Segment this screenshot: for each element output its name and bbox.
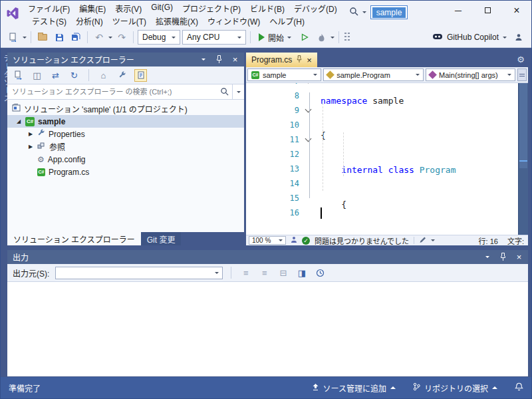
timestamp-icon[interactable] xyxy=(314,267,327,279)
save-icon[interactable] xyxy=(52,30,66,45)
menu-test[interactable]: テスト(S) xyxy=(27,14,71,28)
search-icon[interactable] xyxy=(220,87,229,98)
menu-window[interactable]: ウィンドウ(W) xyxy=(203,14,265,28)
tab-git-changes[interactable]: Git 変更 xyxy=(141,232,182,245)
send-feedback-icon[interactable] xyxy=(511,30,526,45)
tree-item-program-cs[interactable]: C# Program.cs xyxy=(7,166,244,178)
menu-edit[interactable]: 編集(E) xyxy=(74,1,110,15)
member-dropdown[interactable]: Main(string[] args) xyxy=(426,68,515,81)
expander-expanded-icon[interactable]: ◢ xyxy=(15,118,22,124)
expander-collapsed-icon[interactable]: ▶ xyxy=(27,131,34,137)
open-folder-icon[interactable] xyxy=(35,30,50,45)
solution-explorer-header[interactable]: ソリューション エクスプローラー × xyxy=(7,53,244,66)
project-dropdown[interactable]: C# sample xyxy=(247,68,321,81)
start-label: 開始 xyxy=(268,32,284,43)
tree-item-project-sample[interactable]: ◢ C# sample xyxy=(7,115,244,128)
solution-platform-dropdown[interactable]: Any CPU xyxy=(182,30,246,45)
live-share-icon[interactable] xyxy=(291,236,297,245)
pending-changes-filter-icon[interactable]: ◫ xyxy=(31,69,43,82)
notifications-bell-icon[interactable] xyxy=(515,382,523,394)
redo-icon[interactable]: ↷ xyxy=(114,30,129,45)
hot-reload-icon[interactable] xyxy=(314,30,329,45)
tree-item-app-config[interactable]: ⚙ App.config xyxy=(7,153,244,166)
split-window-handle[interactable] xyxy=(517,68,527,81)
editor-options-gear-icon[interactable]: ⚙ xyxy=(517,55,525,65)
solution-search-input[interactable] xyxy=(7,84,244,99)
edit-mode-pencil-icon[interactable] xyxy=(419,236,426,245)
word-wrap-icon[interactable]: ◨ xyxy=(295,267,308,279)
code-text: namespace sample { internal class Progra… xyxy=(321,83,518,235)
github-copilot-button[interactable]: GitHub Copilot xyxy=(430,33,509,43)
line-position-label: 行: 16 xyxy=(479,235,498,246)
menu-help[interactable]: ヘルプ(H) xyxy=(265,14,309,28)
zoom-level-dropdown[interactable]: 100 % xyxy=(249,236,286,245)
document-tab-strip: Program.cs × ⚙ xyxy=(246,53,528,67)
solution-icon xyxy=(12,104,21,114)
collapse-all-icon[interactable]: ⌂ xyxy=(97,69,110,82)
window-position-icon[interactable] xyxy=(198,55,208,65)
type-dropdown-value: sample.Program xyxy=(336,71,390,79)
search-scope-dropdown-icon[interactable] xyxy=(362,11,366,13)
undo-icon[interactable]: ↶ xyxy=(92,30,106,45)
tab-solution-explorer[interactable]: ソリューション エクスプローラー xyxy=(7,232,141,245)
tree-item-references[interactable]: ▶ 参照 xyxy=(7,140,244,153)
show-all-files-icon[interactable] xyxy=(116,69,128,82)
search-options-dropdown-icon[interactable] xyxy=(232,84,244,99)
preview-selected-items-toggle[interactable] xyxy=(134,69,147,82)
collapse-chevron-icon[interactable] xyxy=(305,106,312,113)
add-to-source-control-label: ソース管理に追加 xyxy=(323,382,386,394)
add-to-source-control-button[interactable]: ソース管理に追加 xyxy=(312,382,396,394)
copilot-icon xyxy=(432,33,443,43)
scrollbar-thumb[interactable] xyxy=(519,83,527,168)
minimize-button[interactable]: ─ xyxy=(444,1,473,20)
close-panel-icon[interactable]: × xyxy=(514,252,524,262)
edit-mode-dropdown-icon[interactable] xyxy=(431,239,435,241)
refresh-icon[interactable]: ↻ xyxy=(68,69,80,82)
window-position-icon[interactable] xyxy=(482,252,492,262)
output-header[interactable]: 出力 × xyxy=(7,250,528,264)
menu-git[interactable]: Git(G) xyxy=(146,1,178,15)
collapse-chevron-icon[interactable] xyxy=(305,136,312,142)
maximize-button[interactable] xyxy=(473,1,502,20)
output-source-dropdown[interactable] xyxy=(55,267,223,279)
close-document-icon[interactable]: × xyxy=(307,56,312,65)
sync-with-active-document-icon[interactable] xyxy=(12,69,25,82)
editor-scrollbar[interactable] xyxy=(518,83,528,235)
hot-reload-dropdown-icon[interactable] xyxy=(331,37,334,39)
undo-dropdown-icon[interactable] xyxy=(108,37,112,39)
toolbar-dropdown-icon[interactable] xyxy=(23,37,27,39)
menu-debug[interactable]: デバッグ(D) xyxy=(289,1,342,15)
menu-view[interactable]: 表示(V) xyxy=(110,1,146,15)
member-dropdown-value: Main(string[] args) xyxy=(439,71,498,79)
pin-icon[interactable] xyxy=(214,55,224,65)
expander-collapsed-icon[interactable]: ▶ xyxy=(27,144,34,150)
type-dropdown[interactable]: sample.Program xyxy=(323,68,424,81)
menu-project[interactable]: プロジェクト(P) xyxy=(178,1,245,15)
tab-program-cs[interactable]: Program.cs × xyxy=(246,53,317,67)
quick-search-input[interactable]: sample xyxy=(370,5,408,19)
menu-file[interactable]: ファイル(F) xyxy=(23,1,74,15)
toolbar-overflow-icon[interactable] xyxy=(344,33,350,42)
menu-build[interactable]: ビルド(B) xyxy=(245,1,289,15)
close-button[interactable]: × xyxy=(502,1,531,20)
save-all-icon[interactable] xyxy=(68,30,83,45)
search-icon[interactable] xyxy=(349,7,358,18)
select-repository-button[interactable]: リポジトリの選択 xyxy=(413,382,497,394)
tree-item-properties[interactable]: ▶ Properties xyxy=(7,128,244,140)
menu-analyze[interactable]: 分析(N) xyxy=(71,14,108,28)
close-panel-icon[interactable]: × xyxy=(230,55,240,65)
pin-icon[interactable] xyxy=(498,252,508,262)
solution-configuration-dropdown[interactable]: Debug xyxy=(138,30,180,45)
no-issues-check-icon[interactable]: ✓ xyxy=(302,237,310,245)
output-content[interactable] xyxy=(7,282,528,376)
switch-views-icon[interactable]: ⇄ xyxy=(49,69,62,82)
start-debugging-button[interactable]: 開始 xyxy=(255,29,295,45)
menu-tools[interactable]: ツール(T) xyxy=(108,14,151,28)
code-editor[interactable]: 7 8 9 10 11 12 13 14 15 16 namespace sam… xyxy=(246,83,528,235)
pin-icon[interactable] xyxy=(297,55,302,65)
problems-status-text: 問題は見つかりませんでした xyxy=(315,235,409,246)
menu-extensions[interactable]: 拡張機能(X) xyxy=(151,14,203,28)
sync-document-icon[interactable] xyxy=(6,30,21,45)
start-without-debugging-icon[interactable] xyxy=(297,30,312,45)
solution-node[interactable]: ソリューション 'sample' (1/1 のプロジェクト) xyxy=(7,102,244,115)
